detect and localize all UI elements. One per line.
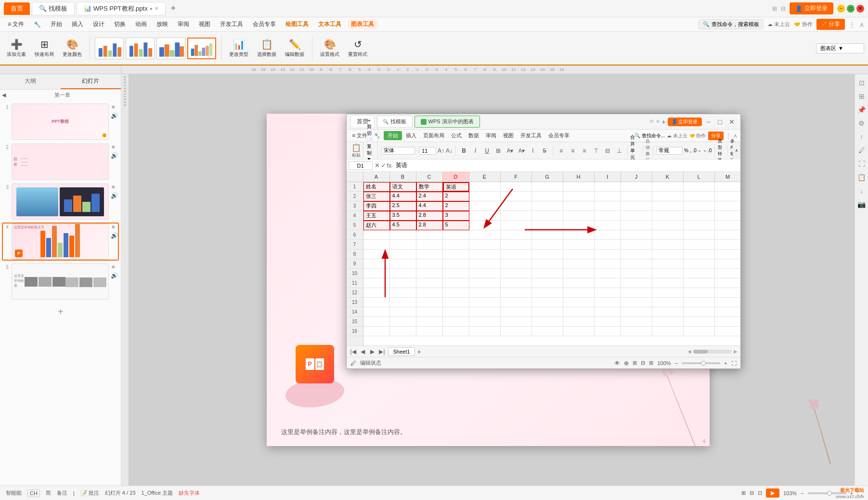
cell-h2[interactable] <box>563 192 595 201</box>
cell-d1[interactable]: 英语 <box>443 182 469 192</box>
sheet-add-btn[interactable]: + <box>417 348 421 355</box>
strikethrough-btn[interactable]: S̶ <box>539 145 550 156</box>
slide-item-3[interactable]: 3 ★ 🔊 <box>2 183 119 221</box>
cell-a3[interactable]: 李四 <box>363 201 390 211</box>
add-element-btn[interactable]: ➕ 添加元素 <box>4 38 29 59</box>
cell-i5[interactable] <box>595 221 621 230</box>
cell-l5[interactable] <box>684 221 715 230</box>
formula-fx-btn[interactable]: fx <box>387 162 392 169</box>
ss-min-btn[interactable]: − <box>704 117 713 127</box>
cell-d2[interactable]: 2 <box>443 192 469 201</box>
col-header-a[interactable]: A <box>363 172 390 182</box>
toolbar-collapse-btn[interactable]: ∧ <box>733 142 740 159</box>
sheet-nav-last[interactable]: ▶| <box>378 348 386 355</box>
menu-design[interactable]: 设计 <box>89 19 108 29</box>
close-button[interactable]: ✕ <box>856 5 864 13</box>
cell-k14[interactable] <box>652 307 684 317</box>
slide-5-sound[interactable]: 🔊 <box>111 272 118 279</box>
formula-input[interactable] <box>394 161 738 170</box>
align-left-btn[interactable]: ≡ <box>556 145 567 156</box>
slide-item-5[interactable]: 5 这里是举例标题 ★ 🔊 <box>2 263 119 301</box>
cell-f8[interactable] <box>501 250 532 259</box>
slide-2-star[interactable]: ★ <box>111 144 118 150</box>
cell-l15[interactable] <box>684 317 715 327</box>
cell-j5[interactable] <box>621 221 652 230</box>
cell-g14[interactable] <box>532 307 563 317</box>
cell-f15[interactable] <box>501 317 532 327</box>
cell-m11[interactable] <box>715 278 740 288</box>
quick-layout-btn[interactable]: ⊞ 快速布局 <box>32 38 57 59</box>
decimal-less-btn[interactable]: ←.0 <box>703 148 712 153</box>
slide-item-4[interactable]: 4 这里是举例标题文字 P <box>2 223 119 261</box>
menu-file[interactable]: ≡ 文件 <box>4 19 28 29</box>
cell-m6[interactable] <box>715 230 740 240</box>
cell-j15[interactable] <box>621 317 652 327</box>
cell-c11[interactable] <box>416 278 443 288</box>
cell-k3[interactable] <box>652 201 684 211</box>
cell-d16[interactable] <box>443 327 469 336</box>
cell-h1[interactable] <box>563 182 595 192</box>
menu-insert[interactable]: 插入 <box>68 19 87 29</box>
cell-b8[interactable] <box>390 250 416 259</box>
row-header-14[interactable]: 14 <box>347 307 363 317</box>
ss-scroll-left[interactable]: ◀ <box>687 349 691 354</box>
cell-g9[interactable] <box>532 259 563 269</box>
layout-icon[interactable]: ⊞ <box>772 5 777 12</box>
cell-j7[interactable] <box>621 240 652 250</box>
view-icon-page[interactable]: ⊡ <box>758 490 762 496</box>
cell-l2[interactable] <box>684 192 715 201</box>
cell-h16[interactable] <box>563 327 595 336</box>
tab-outline[interactable]: 大纲 <box>0 74 61 89</box>
cell-d9[interactable] <box>443 259 469 269</box>
cell-b1[interactable]: 语文 <box>390 182 416 192</box>
ss-menu-devtools[interactable]: 开发工具 <box>518 131 544 140</box>
cell-m10[interactable] <box>715 269 740 278</box>
cell-j3[interactable] <box>621 201 652 211</box>
slide-4-sound[interactable]: 🔊 <box>111 232 118 239</box>
formula-confirm-btn[interactable]: ✓ <box>381 162 386 169</box>
cell-j13[interactable] <box>621 298 652 307</box>
cell-i12[interactable] <box>595 288 621 298</box>
cell-b9[interactable] <box>390 259 416 269</box>
cell-h15[interactable] <box>563 317 595 327</box>
ss-sync-icon[interactable]: ⟳ <box>649 118 654 125</box>
menu-member[interactable]: 会员专享 <box>249 19 280 29</box>
menu-more[interactable]: ⋮ <box>849 21 855 28</box>
decimal-more-btn[interactable]: .0→ <box>693 148 701 153</box>
align-center-btn[interactable]: ≡ <box>568 145 578 156</box>
cell-m16[interactable] <box>715 327 740 336</box>
cell-e5[interactable] <box>469 221 501 230</box>
cell-m2[interactable] <box>715 192 740 201</box>
cell-b2[interactable]: 4.4 <box>390 192 416 201</box>
cell-g15[interactable] <box>532 317 563 327</box>
chart-type-4-active[interactable] <box>187 38 216 59</box>
add-slide-button[interactable]: + <box>2 303 119 321</box>
cell-b10[interactable] <box>390 269 416 278</box>
cell-m13[interactable] <box>715 298 740 307</box>
cell-m4[interactable] <box>715 211 740 221</box>
comment-btn[interactable]: 📝 批注 <box>80 489 99 497</box>
tab-add-button[interactable]: + <box>168 3 179 14</box>
ss-x-btn[interactable]: ✕ <box>727 117 737 127</box>
slide-4-star[interactable]: ★ <box>111 224 118 230</box>
cell-k2[interactable] <box>652 192 684 201</box>
cell-l4[interactable] <box>684 211 715 221</box>
cell-l16[interactable] <box>684 327 715 336</box>
zoom-minus[interactable]: − <box>801 490 803 496</box>
search-command-button[interactable]: 🔍 查找命令，搜索模板 <box>699 19 763 29</box>
sidebar-tool-2[interactable]: ⊞ <box>857 92 867 101</box>
align-bottom-btn[interactable]: ⊥ <box>614 145 624 156</box>
ss-menu-page-layout[interactable]: 页面布局 <box>420 131 447 140</box>
view-icon-normal[interactable]: ⊞ <box>741 490 746 496</box>
cell-c9[interactable] <box>416 259 443 269</box>
cell-e12[interactable] <box>469 288 501 298</box>
ss-menu-start[interactable]: 开始 <box>384 131 402 140</box>
col-header-e[interactable]: E <box>469 172 501 182</box>
cell-k13[interactable] <box>652 298 684 307</box>
cell-e10[interactable] <box>469 269 501 278</box>
cell-k12[interactable] <box>652 288 684 298</box>
cell-a5[interactable]: 赵六 <box>363 221 390 230</box>
col-header-c[interactable]: C <box>416 172 443 182</box>
cell-e6[interactable] <box>469 230 501 240</box>
cell-k8[interactable] <box>652 250 684 259</box>
